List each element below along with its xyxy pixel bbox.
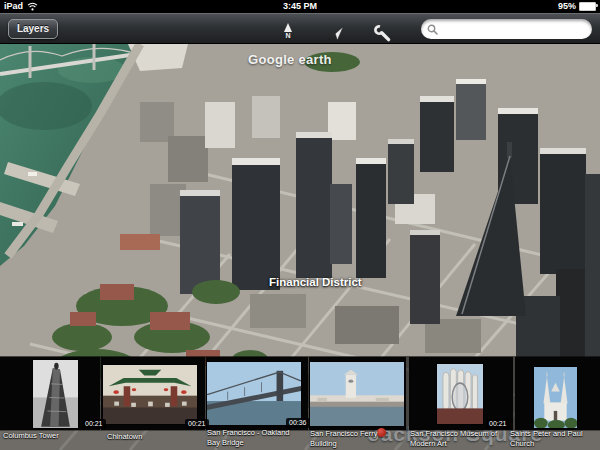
thumbnail-caption: San Francisco Ferry Building [310, 429, 390, 449]
google-earth-watermark: Google earth [248, 52, 332, 67]
layers-button[interactable]: Layers [8, 19, 58, 39]
search-input[interactable] [438, 23, 586, 36]
thumbnail-caption: San Francisco Museum of Modern Art [410, 429, 506, 449]
duration-badge: 00:21 [185, 419, 209, 429]
church-thumbnail[interactable] [534, 367, 577, 428]
duration-badge: 00:36 [286, 418, 310, 428]
compass-north-icon[interactable]: N [278, 20, 298, 42]
battery-icon [579, 2, 596, 11]
thumbnail-caption: Saints Peter and Paul Church [510, 429, 592, 449]
clock: 3:45 PM [0, 1, 600, 11]
financial-district-label: Financial District [269, 276, 362, 288]
chinatown-thumbnail[interactable] [103, 365, 197, 424]
my-location-icon[interactable] [326, 22, 346, 44]
ferry-building-thumbnail[interactable] [310, 362, 404, 426]
duration-badge: 00:21 [486, 419, 510, 429]
status-bar: iPad 3:45 PM 95% [0, 0, 600, 13]
battery-percent: 95% [558, 1, 576, 11]
photo-carousel[interactable]: 00:21 00:21 00:36 00:21 Columbus Tower C… [0, 356, 600, 450]
columbus-tower-thumbnail[interactable] [33, 360, 78, 428]
app-toolbar: Layers N [0, 13, 600, 44]
search-icon [427, 24, 438, 35]
thumbnail-caption: Columbus Tower [3, 431, 93, 441]
north-arrow [284, 23, 292, 32]
duration-badge: 00:21 [82, 419, 106, 429]
thumbnail-caption: San Francisco - Oakland Bay Bridge [207, 428, 303, 448]
thumbnail-caption: Chinatown [107, 432, 197, 442]
bay-bridge-thumbnail[interactable] [207, 362, 301, 425]
tools-wrench-icon[interactable] [372, 22, 392, 44]
sfmoma-thumbnail[interactable] [437, 364, 483, 424]
search-bar[interactable] [421, 19, 592, 39]
